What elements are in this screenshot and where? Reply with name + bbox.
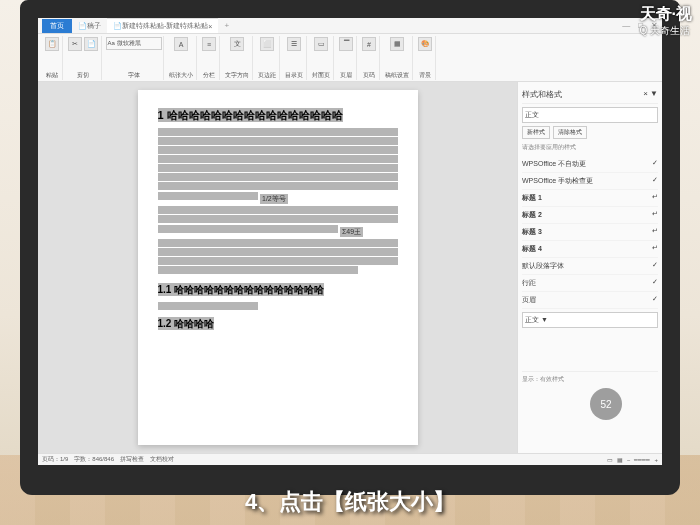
- statusbar: 页码：1/9 字数：846/846 拼写检查 文档校对 ▭ ▦ − ━━━━ +: [38, 453, 662, 465]
- text-block: [158, 128, 398, 136]
- subtitle-caption: 4、点击【纸张大小】: [0, 487, 700, 517]
- ribbon-clipboard[interactable]: ✂📄剪切: [65, 36, 102, 80]
- show-filter[interactable]: 显示：有效样式: [522, 371, 658, 384]
- heading-1-1: 1.1 哈哈哈哈哈哈哈哈哈哈哈哈哈哈哈: [158, 283, 398, 296]
- ribbon-cover[interactable]: ▭封面页: [309, 36, 334, 80]
- ribbon-bg[interactable]: 🎨背景: [415, 36, 436, 80]
- ribbon-direction[interactable]: 文文字方向: [222, 36, 253, 80]
- ribbon-margin[interactable]: ⬜页边距: [255, 36, 280, 80]
- progress-badge: 52: [590, 388, 622, 420]
- page-indicator[interactable]: 页码：1/9: [42, 455, 68, 464]
- zoom-in-icon[interactable]: +: [654, 457, 658, 463]
- style-item[interactable]: WPSOffice 手动检查更✓: [522, 173, 658, 190]
- add-tab[interactable]: +: [218, 21, 235, 30]
- zoom-out-icon[interactable]: −: [627, 457, 631, 463]
- ribbon: 📋粘贴 ✂📄剪切 Aa 微软雅黑字体 A纸张大小 ≡分栏 文文字方向 ⬜页边距 …: [38, 34, 662, 82]
- watermark-brand: Q 天奇生活: [639, 24, 690, 38]
- style-item[interactable]: 默认段落字体✓: [522, 258, 658, 275]
- ribbon-paste[interactable]: 📋粘贴: [42, 36, 63, 80]
- page: 1 哈哈哈哈哈哈哈哈哈哈哈哈哈哈哈哈 1/2等号 Σ49王 1.1 哈哈哈哈哈哈…: [138, 90, 418, 445]
- view-icon[interactable]: ▦: [617, 456, 623, 463]
- current-style[interactable]: 正文: [522, 107, 658, 123]
- ribbon-size[interactable]: A纸张大小: [166, 36, 197, 80]
- style-item[interactable]: 标题 4↵: [522, 241, 658, 258]
- style-item[interactable]: 页眉✓: [522, 292, 658, 309]
- panel-title: 样式和格式: [522, 89, 562, 100]
- style-item[interactable]: 标题 1↵: [522, 190, 658, 207]
- doc-tab-2[interactable]: 📄 新建特殊粘贴-新建特殊粘贴 ×: [107, 18, 218, 33]
- panel-close-icon[interactable]: × ▼: [643, 89, 658, 100]
- word-count[interactable]: 字数：846/846: [74, 455, 114, 464]
- clear-format-button[interactable]: 清除格式: [553, 126, 587, 139]
- start-tab[interactable]: 首页: [42, 19, 72, 33]
- style-item[interactable]: 标题 2↵: [522, 207, 658, 224]
- equation-fragment: 1/2等号: [260, 194, 288, 204]
- watermark-top: 天奇·视: [640, 4, 692, 25]
- style-item[interactable]: WPSOffice 不自动更✓: [522, 156, 658, 173]
- ribbon-columns[interactable]: ≡分栏: [199, 36, 220, 80]
- doc-proof[interactable]: 文档校对: [150, 455, 174, 464]
- style-select[interactable]: 正文 ▼: [522, 312, 658, 328]
- titlebar: 首页 📄 稿子 📄 新建特殊粘贴-新建特殊粘贴 × + — □ ✕: [38, 18, 662, 34]
- ribbon-font[interactable]: Aa 微软雅黑字体: [104, 36, 164, 80]
- heading-1-2: 1.2 哈哈哈哈: [158, 317, 398, 330]
- style-item[interactable]: 标题 3↵: [522, 224, 658, 241]
- doc-tab-1[interactable]: 📄 稿子: [72, 19, 107, 33]
- ribbon-manuscript[interactable]: ▦稿纸设置: [382, 36, 413, 80]
- heading-1: 1 哈哈哈哈哈哈哈哈哈哈哈哈哈哈哈哈: [158, 108, 398, 122]
- view-icon[interactable]: ▭: [607, 456, 613, 463]
- style-item[interactable]: 行距✓: [522, 275, 658, 292]
- styles-panel: 样式和格式× ▼ 正文 新样式 清除格式 请选择要应用的样式 WPSOffice…: [517, 82, 662, 453]
- ribbon-header[interactable]: ▔页眉: [336, 36, 357, 80]
- equation-fragment: Σ49王: [340, 227, 363, 237]
- min-icon[interactable]: —: [622, 21, 630, 30]
- ribbon-pagenum[interactable]: #页码: [359, 36, 380, 80]
- section-label: 请选择要应用的样式: [522, 143, 658, 152]
- document-area[interactable]: 1 哈哈哈哈哈哈哈哈哈哈哈哈哈哈哈哈 1/2等号 Σ49王 1.1 哈哈哈哈哈哈…: [38, 82, 517, 453]
- spellcheck[interactable]: 拼写检查: [120, 455, 144, 464]
- new-style-button[interactable]: 新样式: [522, 126, 550, 139]
- ribbon-toc[interactable]: ☰目录页: [282, 36, 307, 80]
